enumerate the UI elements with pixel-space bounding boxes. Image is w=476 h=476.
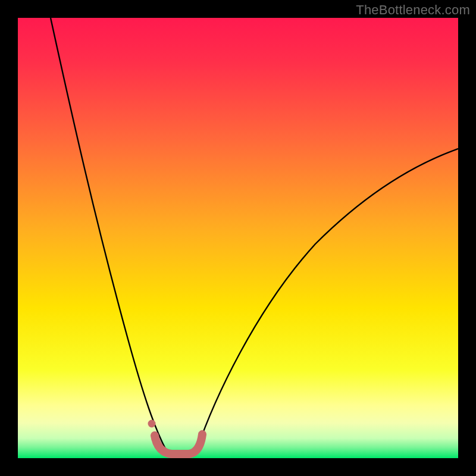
watermark-text: TheBottleneck.com — [356, 2, 470, 18]
right-curve — [196, 149, 458, 451]
accent-dot — [148, 420, 156, 428]
curves-layer — [18, 18, 458, 458]
plot-area — [18, 18, 458, 458]
left-curve — [51, 18, 167, 451]
accent-arc — [155, 434, 202, 454]
chart-frame: TheBottleneck.com — [0, 0, 476, 476]
